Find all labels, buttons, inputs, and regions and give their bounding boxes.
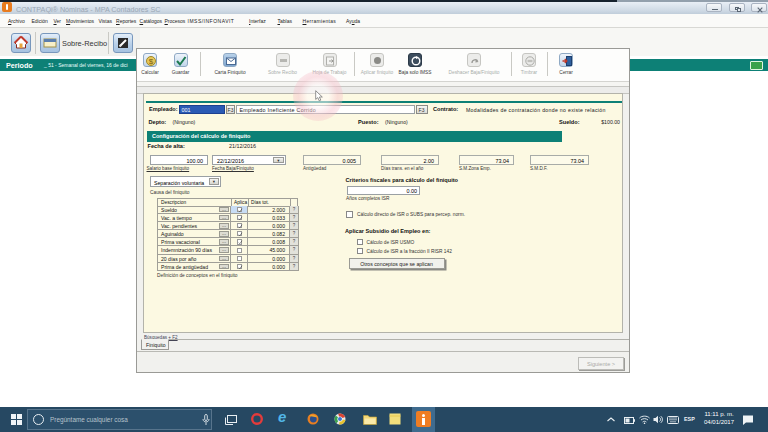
svg-text:$: $ <box>148 57 153 66</box>
